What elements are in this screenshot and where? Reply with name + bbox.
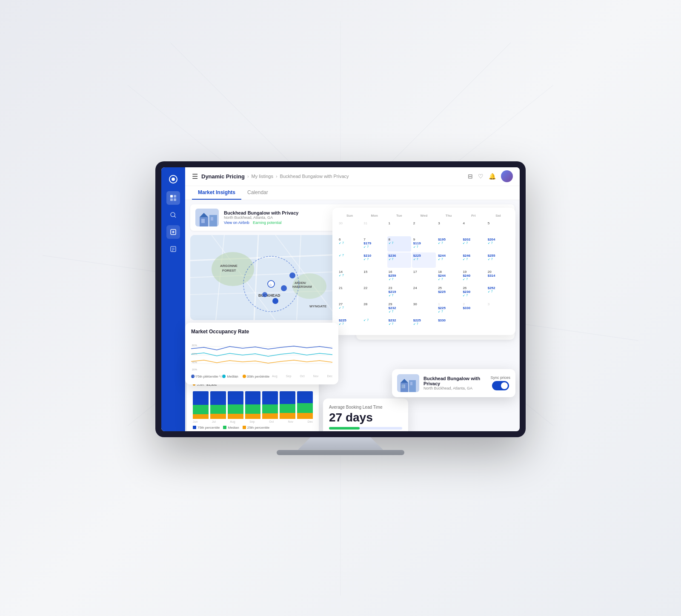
- cal-cell-booked[interactable]: $236 ↙ 7: [387, 252, 411, 268]
- cal-cell[interactable]: 15: [362, 269, 386, 284]
- cal-cell[interactable]: 26 $230 ↙ 7: [461, 285, 485, 300]
- cal-day-fri: Fri: [461, 213, 486, 218]
- property-thumbnail: [195, 209, 219, 226]
- cal-cell[interactable]: 3: [486, 301, 510, 316]
- airbnb-link[interactable]: View on Airbnb: [224, 221, 249, 225]
- revenue-x-axis: Jun Jul Aug Sep Oct Nov Dec: [193, 420, 313, 423]
- cal-cell[interactable]: 16 $259 ↙ 7: [387, 269, 411, 284]
- cal-cell[interactable]: ↙ 7: [338, 252, 361, 268]
- tab-market-insights[interactable]: Market Insights: [192, 186, 241, 200]
- lead-time-progress-bar: [329, 427, 402, 430]
- cal-cell[interactable]: $330: [437, 317, 461, 330]
- cal-cell[interactable]: $255 ↙ 7: [486, 252, 510, 268]
- property-location: North Buckhead, Atlanta, GA: [224, 215, 298, 220]
- sidebar-item-search[interactable]: [166, 208, 180, 222]
- svg-text:80%: 80%: [192, 344, 197, 347]
- cal-cell[interactable]: 9 $119 ↙ 7: [412, 236, 436, 252]
- svg-text:HABERSHAM: HABERSHAM: [292, 285, 312, 288]
- property-details: Buckhead Bungalow with Privacy North Buc…: [224, 210, 298, 225]
- sync-prop-name: Buckhead Bungalow with Privacy: [423, 376, 486, 386]
- svg-rect-9: [174, 195, 176, 198]
- cal-cell[interactable]: [486, 317, 510, 330]
- cal-cell[interactable]: 2 $330: [461, 301, 485, 316]
- earning-link[interactable]: Earning potential: [253, 221, 282, 225]
- filter-icon[interactable]: ⊟: [468, 173, 473, 180]
- property-name: Buckhead Bungalow with Privacy: [224, 210, 298, 215]
- cal-day-thu: Thu: [437, 213, 461, 218]
- sidebar-item-reports[interactable]: [166, 242, 180, 256]
- cal-cell[interactable]: 24: [412, 285, 436, 300]
- cal-cell[interactable]: 1 $225 ↙ 7: [437, 301, 461, 316]
- cal-cell[interactable]: 23 $219 ↙ 7: [387, 285, 411, 300]
- cal-cell[interactable]: 28: [362, 301, 386, 316]
- occupancy-chart-title: Market Occupancy Rate: [191, 329, 332, 335]
- svg-point-7: [172, 178, 175, 181]
- cal-cell[interactable]: $246 ↙ 7: [461, 252, 485, 268]
- sidebar-item-dashboard[interactable]: [166, 191, 180, 205]
- tab-calendar[interactable]: Calendar: [241, 186, 274, 200]
- cal-cell[interactable]: [461, 317, 485, 330]
- cal-cell[interactable]: 4: [461, 220, 485, 235]
- cal-cell[interactable]: 29 $232 ↙ 7: [387, 301, 411, 316]
- cal-cell[interactable]: 14 ↙ 7: [338, 269, 361, 284]
- cal-cell[interactable]: 21: [338, 285, 361, 300]
- cal-cell[interactable]: $225 ↙ 7: [338, 317, 361, 330]
- sync-on-toggle[interactable]: [492, 381, 509, 390]
- cal-cell[interactable]: $202 ↙ 7: [461, 236, 485, 252]
- cal-day-mon: Mon: [362, 213, 386, 218]
- cal-week-6: 27 ↙ 7 28 29 $232 ↙ 7 30: [338, 301, 510, 316]
- cal-cell-today[interactable]: 8 ↙ 7: [387, 236, 411, 252]
- cal-cell[interactable]: ↙ 7: [362, 317, 386, 330]
- cal-cell[interactable]: 1: [387, 220, 411, 235]
- cal-cell[interactable]: 5: [486, 220, 510, 235]
- sidebar-item-pricing[interactable]: [166, 225, 180, 239]
- cal-week-5: 21 22 23 $219 ↙ 7 24: [338, 285, 510, 300]
- cal-cell[interactable]: 2: [412, 220, 436, 235]
- cal-cell[interactable]: $210 ↙ 7: [362, 252, 386, 268]
- cal-day-sun: Sun: [338, 213, 362, 218]
- svg-line-13: [175, 216, 176, 218]
- cal-cell[interactable]: 19 $240 ↙ 7: [461, 269, 485, 284]
- breadcrumb-property[interactable]: Buckhead Bungalow with Privacy: [280, 174, 349, 179]
- cal-cell[interactable]: 20 $314: [486, 269, 510, 284]
- cal-cell[interactable]: 17: [412, 269, 436, 284]
- svg-text:ARGONNE: ARGONNE: [220, 264, 238, 268]
- occupancy-chart-area: 80% 60% 40% 20% Feb Mar Apr May Jun: [191, 338, 332, 372]
- cal-day-tue: Tue: [387, 213, 411, 218]
- breadcrumb-listings[interactable]: My listings: [252, 174, 273, 179]
- cal-cell[interactable]: $225 ↙ 7: [412, 317, 436, 330]
- logo-icon[interactable]: [166, 172, 180, 186]
- cal-cell[interactable]: $252 ↙ 7: [486, 285, 510, 300]
- svg-text:ARDEN/: ARDEN/: [295, 281, 306, 284]
- bell-icon[interactable]: 🔔: [489, 173, 496, 180]
- cal-cell[interactable]: 7 $179 ↙ 7: [362, 236, 386, 252]
- cal-cell[interactable]: 30: [338, 220, 361, 235]
- cal-cell[interactable]: 31: [362, 220, 386, 235]
- svg-text:20%: 20%: [192, 368, 197, 371]
- cal-cell[interactable]: 6 ↙ 7: [338, 236, 361, 252]
- cal-cell[interactable]: 27 ↙ 7: [338, 301, 361, 316]
- cal-week-3: ↙ 7 $210 ↙ 7 $236 ↙ 7 $225 ↙ 7: [338, 252, 510, 268]
- cal-cell[interactable]: $204 ↙ 7: [486, 236, 510, 252]
- user-avatar[interactable]: [501, 170, 513, 182]
- heart-icon[interactable]: ♡: [478, 173, 484, 180]
- cal-cell[interactable]: 22: [362, 285, 386, 300]
- sidebar: [161, 167, 185, 431]
- cal-cell[interactable]: $232 ↙ 7: [387, 317, 411, 330]
- cal-cell[interactable]: 30: [412, 301, 436, 316]
- svg-text:⌂: ⌂: [269, 283, 272, 287]
- svg-rect-25: [209, 215, 217, 226]
- svg-rect-64: [401, 384, 404, 388]
- cal-cell[interactable]: $195 ↙ 7: [437, 236, 461, 252]
- monitor-base: [277, 450, 404, 455]
- menu-icon[interactable]: ☰: [192, 172, 198, 181]
- svg-point-49: [272, 298, 278, 304]
- cal-week-1: 30 31 1 2 3: [338, 220, 510, 235]
- cal-cell[interactable]: 18 $244 ↙ 7: [437, 269, 461, 284]
- cal-cell-booked[interactable]: $225 ↙ 7: [412, 252, 436, 268]
- cal-cell[interactable]: 3: [437, 220, 461, 235]
- svg-rect-23: [201, 219, 205, 223]
- svg-rect-26: [211, 217, 213, 221]
- cal-cell[interactable]: 25 $225: [437, 285, 461, 300]
- cal-cell[interactable]: $244 ↙ 7: [437, 252, 461, 268]
